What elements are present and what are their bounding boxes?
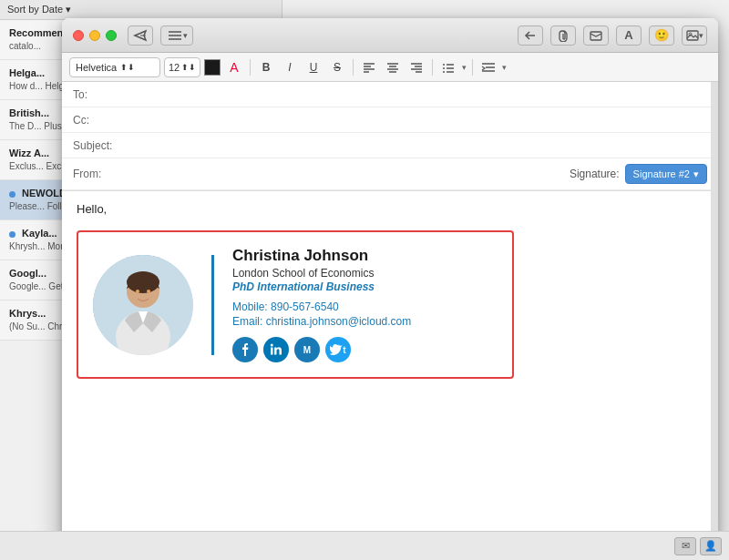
from-input[interactable] [128, 168, 570, 180]
font-size-selector[interactable]: 12 ⬆⬇ [164, 57, 200, 77]
sig-mobile: Mobile: 890-567-6540 [232, 300, 498, 313]
attach-button[interactable] [550, 25, 576, 46]
chevron-down-icon: ▾ [183, 31, 188, 40]
svg-point-35 [147, 290, 150, 293]
title-bar-right: A 🙂 ▾ [518, 25, 707, 46]
list-view-button[interactable]: ▾ [160, 25, 193, 46]
medium-icon[interactable]: M [294, 337, 320, 362]
maximize-button[interactable] [106, 30, 117, 41]
photo-chevron: ▾ [699, 31, 703, 40]
font-chevron-icon: ⬆⬇ [120, 63, 135, 72]
signature-divider [211, 255, 214, 355]
subject-field-row: Subject: [62, 133, 718, 158]
unread-dot [9, 191, 15, 198]
facebook-icon[interactable] [232, 337, 258, 362]
list-button[interactable] [438, 57, 458, 77]
indent-button[interactable] [478, 57, 498, 77]
twitter-icon[interactable]: t [325, 337, 351, 362]
align-right-button[interactable] [406, 57, 426, 77]
svg-point-37 [271, 344, 273, 347]
unread-dot [9, 231, 15, 238]
twitter-letter: t [343, 345, 345, 355]
sig-name: Christina Johnson [232, 247, 498, 265]
to-field-row: To: [62, 82, 718, 107]
separator [353, 59, 354, 76]
cc-label: Cc: [73, 114, 128, 127]
svg-rect-7 [687, 31, 698, 40]
greeting-text: Hello, [77, 202, 703, 216]
strikethrough-button[interactable]: S [327, 57, 347, 77]
contacts-icon[interactable]: 👤 [700, 537, 722, 555]
send-button[interactable] [128, 25, 153, 46]
signature-card: Christina Johnson London School of Econo… [77, 230, 514, 379]
forward-button[interactable] [583, 25, 609, 46]
cc-input[interactable] [128, 114, 707, 127]
scrollbar-thumb[interactable] [712, 109, 717, 164]
title-bar-actions: ▾ [128, 25, 193, 46]
sig-school: London School of Economics [232, 267, 498, 280]
bottom-bar: ✉ 👤 [0, 531, 729, 560]
align-center-button[interactable] [383, 57, 403, 77]
subject-input[interactable] [128, 139, 707, 152]
back-button[interactable] [518, 25, 543, 46]
svg-point-25 [443, 71, 445, 73]
bold-button[interactable]: B [256, 57, 276, 77]
close-button[interactable] [73, 30, 84, 41]
from-label: From: [73, 168, 128, 180]
to-input[interactable] [128, 88, 707, 101]
social-icons: M t [232, 337, 498, 362]
italic-button[interactable]: I [280, 57, 300, 77]
minimize-button[interactable] [89, 30, 100, 41]
from-field-row: From: Signature: Signature #2 ▾ [62, 158, 718, 190]
separator [432, 59, 433, 76]
signature-section: Signature: Signature #2 ▾ [570, 164, 707, 184]
svg-point-33 [127, 271, 159, 293]
sort-bar[interactable]: Sort by Date ▾ [0, 0, 282, 20]
signature-selector[interactable]: Signature #2 ▾ [625, 164, 707, 184]
email-label: Email: [232, 315, 262, 328]
compose-window: ▾ A 🙂 ▾ Helvetica ⬆⬇ 1 [62, 18, 718, 546]
list-chevron: ▾ [462, 63, 467, 72]
traffic-lights [73, 30, 117, 41]
sort-label: Sort by Date ▾ [7, 4, 71, 15]
svg-point-34 [136, 290, 139, 293]
to-label: To: [73, 88, 128, 101]
email-value: christina.johnson@icloud.com [266, 315, 412, 328]
compose-icon[interactable]: ✉ [674, 537, 696, 555]
linkedin-icon[interactable] [263, 337, 289, 362]
indent-chevron: ▾ [502, 63, 507, 72]
signature-value: Signature #2 [633, 168, 690, 179]
mobile-value: 890-567-6540 [271, 300, 339, 313]
subject-label: Subject: [73, 139, 128, 152]
format-toolbar: Helvetica ⬆⬇ 12 ⬆⬇ A B I U S ▾ [62, 53, 718, 82]
svg-point-21 [443, 64, 445, 66]
medium-letter: M [303, 345, 311, 355]
separator [250, 59, 251, 76]
align-left-button[interactable] [359, 57, 379, 77]
auto-color-button[interactable]: A [224, 57, 244, 77]
sig-email: Email: christina.johnson@icloud.com [232, 315, 498, 328]
text-color-picker[interactable] [204, 59, 221, 76]
underline-button[interactable]: U [303, 57, 323, 77]
cc-field-row: Cc: [62, 107, 718, 133]
mobile-label: Mobile: [232, 300, 268, 313]
signature-chevron-icon: ▾ [693, 168, 699, 180]
font-selector[interactable]: Helvetica ⬆⬇ [69, 57, 160, 77]
size-chevron-icon: ⬆⬇ [181, 63, 196, 72]
signature-info: Christina Johnson London School of Econo… [232, 247, 498, 362]
compose-body[interactable]: Hello, [62, 191, 718, 546]
svg-point-23 [443, 67, 445, 69]
sig-degree: PhD International Business [232, 280, 498, 293]
avatar [93, 255, 193, 355]
svg-rect-36 [271, 348, 273, 355]
title-bar: ▾ A 🙂 ▾ [62, 18, 718, 53]
email-fields: To: Cc: Subject: From: Signature: Signat… [62, 82, 718, 191]
font-button[interactable]: A [616, 25, 642, 46]
photo-button[interactable]: ▾ [682, 25, 707, 46]
separator [472, 59, 473, 76]
signature-label: Signature: [570, 168, 620, 180]
emoji-button[interactable]: 🙂 [649, 25, 674, 46]
